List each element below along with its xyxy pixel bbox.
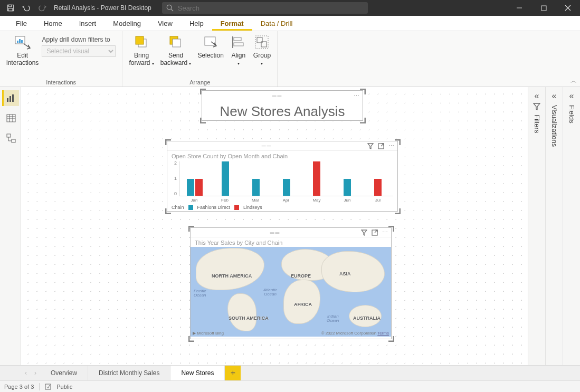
menu-tabs: File Home Insert Modeling View Help Form…	[0, 16, 580, 31]
sensitivity-label: Public	[56, 384, 72, 390]
bar[interactable]	[374, 179, 382, 196]
sensitivity-icon[interactable]	[45, 384, 51, 390]
more-options-icon[interactable]: ⋯	[388, 142, 394, 149]
menu-data-drill[interactable]: Data / Drill	[252, 16, 301, 31]
map-body[interactable]: NORTH AMERICA SOUTH AMERICA EUROPE AFRIC…	[191, 247, 391, 337]
edit-interactions-icon	[14, 34, 31, 51]
view-switcher	[0, 87, 21, 365]
svg-rect-20	[234, 43, 243, 46]
page-tab-overview[interactable]: Overview	[40, 366, 88, 380]
expand-icon[interactable]: «	[569, 91, 574, 101]
chart-title: Open Store Count by Open Month and Chain	[167, 151, 397, 160]
svg-rect-14	[136, 36, 144, 44]
svg-rect-26	[12, 94, 14, 102]
menu-home[interactable]: Home	[35, 16, 71, 31]
map-title: This Year Sales by City and Chain	[191, 237, 391, 247]
data-view-icon[interactable]	[2, 110, 19, 126]
expand-icon[interactable]: «	[535, 91, 539, 101]
page-indicator: Page 3 of 3	[4, 384, 34, 390]
menu-file[interactable]: File	[7, 16, 35, 31]
bar[interactable]	[252, 179, 260, 196]
bar[interactable]	[344, 179, 351, 196]
redo-icon[interactable]	[35, 0, 50, 16]
page-tabs: ‹ › Overview District Monthly Sales New …	[0, 365, 580, 380]
menu-format[interactable]: Format	[212, 16, 252, 31]
collapse-ribbon-icon[interactable]: ︿	[571, 77, 577, 85]
apply-drill-select[interactable]: Selected visual	[42, 45, 116, 57]
bar[interactable]	[187, 179, 194, 196]
status-bar: Page 3 of 3 Public	[0, 380, 580, 392]
svg-rect-1	[9, 5, 12, 7]
page-tab-new-stores[interactable]: New Stores	[170, 366, 225, 380]
model-view-icon[interactable]	[2, 130, 19, 146]
align-icon	[230, 34, 247, 51]
undo-icon[interactable]	[19, 0, 34, 16]
menu-view[interactable]: View	[149, 16, 181, 31]
visualizations-pane-collapsed[interactable]: « Visualizations	[545, 87, 563, 365]
bar[interactable]	[195, 179, 203, 196]
title-visual[interactable]: ══ ⋯ New Stores Analysis	[202, 90, 363, 121]
filter-icon	[533, 103, 540, 110]
minimize-icon[interactable]	[507, 0, 531, 16]
selection-pane-button[interactable]: Selection	[195, 33, 225, 68]
more-options-icon[interactable]: ⋯	[354, 92, 359, 99]
svg-point-3	[167, 5, 172, 9]
more-options-icon[interactable]: ⋯	[382, 229, 388, 236]
expand-icon[interactable]: «	[552, 91, 557, 101]
ribbon: Edit interactions Apply drill down filte…	[0, 31, 580, 87]
group-button[interactable]: Group▾	[251, 33, 273, 68]
bring-forward-icon	[133, 34, 150, 51]
save-icon[interactable]	[3, 0, 18, 16]
titlebar: Retail Analysis - Power BI Desktop	[0, 0, 580, 16]
align-button[interactable]: Align▾	[228, 33, 249, 68]
search-box[interactable]	[162, 2, 368, 14]
canvas-area[interactable]: ══ ⋯ New Stores Analysis ══ ⋯ Open Store…	[21, 87, 528, 365]
menu-insert[interactable]: Insert	[71, 16, 105, 31]
map-visual[interactable]: ══ ⋯ This Year Sales by City and Chain N…	[190, 227, 392, 339]
svg-rect-10	[17, 41, 18, 43]
group-icon	[253, 34, 270, 51]
drag-handle-icon[interactable]: ══	[205, 92, 349, 99]
fields-pane-collapsed[interactable]: « Fields	[563, 87, 580, 365]
report-view-icon[interactable]	[2, 90, 19, 106]
search-input[interactable]	[178, 4, 364, 12]
prev-page-icon[interactable]: ‹	[21, 366, 31, 380]
map-terms-link[interactable]: Terms	[377, 331, 389, 336]
svg-line-4	[171, 9, 173, 11]
svg-rect-2	[8, 8, 13, 11]
bar[interactable]	[283, 179, 290, 196]
bar-chart-visual[interactable]: ══ ⋯ Open Store Count by Open Month and …	[167, 141, 398, 212]
edit-interactions-button[interactable]: Edit interactions	[4, 33, 41, 68]
send-backward-icon	[167, 34, 184, 51]
next-page-icon[interactable]: ›	[31, 366, 40, 380]
svg-rect-16	[173, 39, 180, 47]
send-backward-button[interactable]: Send backward ▾	[158, 33, 194, 68]
close-icon[interactable]	[556, 0, 580, 16]
bring-forward-button[interactable]: Bring forward ▾	[127, 33, 156, 68]
filter-icon[interactable]	[361, 230, 367, 236]
title-text: New Stores Analysis	[202, 100, 363, 124]
focus-mode-icon[interactable]	[372, 230, 378, 236]
y-axis: 210	[170, 160, 177, 196]
menu-help[interactable]: Help	[181, 16, 212, 31]
chart-legend: Chain Fashions Direct Lindseys	[167, 203, 397, 212]
maximize-icon[interactable]	[531, 0, 556, 16]
drag-handle-icon[interactable]: ══	[194, 230, 357, 236]
bar[interactable]	[313, 161, 320, 196]
apply-drill-label: Apply drill down filters to	[42, 36, 110, 43]
drag-handle-icon[interactable]: ══	[170, 143, 363, 149]
focus-mode-icon[interactable]	[378, 143, 384, 149]
selection-icon	[202, 34, 219, 51]
svg-rect-32	[7, 134, 11, 137]
svg-rect-27	[7, 114, 15, 122]
add-page-button[interactable]: +	[225, 366, 241, 380]
bar-plot	[179, 161, 393, 196]
page-tab-district[interactable]: District Monthly Sales	[88, 366, 170, 380]
menu-modeling[interactable]: Modeling	[104, 16, 149, 31]
bar[interactable]	[222, 161, 229, 196]
ribbon-group-arrange: Arrange	[127, 79, 273, 87]
filter-icon[interactable]	[367, 143, 374, 149]
app-title: Retail Analysis - Power BI Desktop	[54, 4, 151, 12]
search-icon	[166, 4, 174, 12]
filters-pane-collapsed[interactable]: « Filters	[528, 87, 545, 365]
